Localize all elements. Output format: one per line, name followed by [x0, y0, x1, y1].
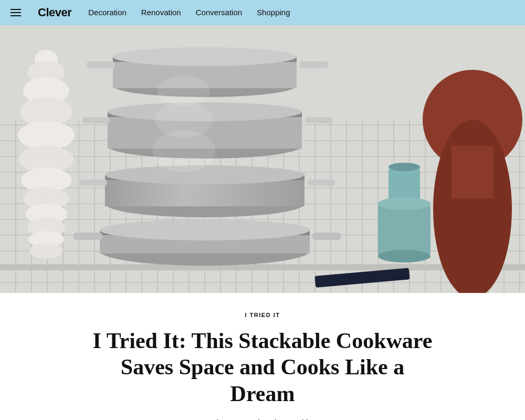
svg-point-57 — [29, 243, 63, 259]
nav-link-decoration[interactable]: Decoration — [88, 8, 127, 17]
svg-point-86 — [378, 250, 430, 262]
svg-rect-82 — [300, 61, 328, 68]
hero-image — [0, 25, 525, 293]
svg-point-94 — [158, 75, 210, 107]
svg-point-93 — [155, 101, 213, 138]
svg-rect-84 — [378, 204, 430, 256]
hamburger-menu[interactable] — [10, 9, 21, 16]
svg-point-85 — [378, 197, 430, 210]
svg-rect-76 — [305, 117, 332, 123]
svg-rect-70 — [308, 180, 335, 186]
nav-link-renovation[interactable]: Renovation — [141, 8, 181, 17]
svg-rect-75 — [82, 117, 110, 123]
main-nav: Clever Decoration Renovation Conversatio… — [0, 0, 525, 25]
svg-point-63 — [100, 219, 310, 240]
article-content: I TRIED IT I Tried It: This Stackable Co… — [79, 293, 446, 420]
svg-rect-61 — [74, 233, 102, 240]
svg-rect-81 — [87, 61, 115, 68]
article-category: I TRIED IT — [89, 312, 436, 318]
svg-point-89 — [433, 120, 512, 293]
svg-point-87 — [388, 163, 420, 171]
svg-point-80 — [113, 47, 297, 66]
svg-rect-62 — [312, 233, 341, 240]
svg-point-68 — [105, 165, 304, 184]
hero-scene — [0, 25, 525, 293]
site-logo[interactable]: Clever — [38, 6, 71, 19]
nav-link-shopping[interactable]: Shopping — [257, 8, 290, 17]
svg-rect-90 — [452, 146, 494, 198]
svg-rect-69 — [80, 180, 107, 186]
nav-link-conversation[interactable]: Conversation — [196, 8, 242, 17]
article-title: I Tried It: This Stackable Cookware Save… — [89, 328, 436, 407]
nav-links: Decoration Renovation Conversation Shopp… — [88, 8, 290, 17]
